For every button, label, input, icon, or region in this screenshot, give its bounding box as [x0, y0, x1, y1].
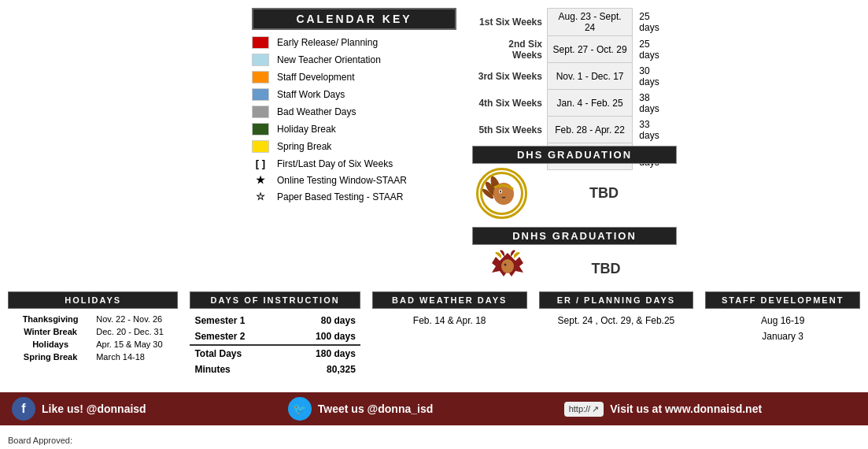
sixweeks-row: 3rd Six Weeks Nov. 1 - Dec. 17 30 days	[472, 63, 677, 90]
footer-bar: f Like us! @donnaisd 🐦 Tweet us @donna_i…	[0, 392, 868, 425]
doi-title: DAYS OF INSTRUCTION	[190, 291, 360, 309]
sixweeks-dates: Aug. 23 - Sept. 24	[547, 9, 632, 36]
staff-dev-dates2: January 3	[705, 328, 860, 344]
bad-weather-title: BAD WEATHER DAYS	[372, 291, 527, 309]
bad-weather-dates: Feb. 14 & Apr. 18	[372, 313, 527, 328]
key-swatch-new-teacher	[252, 54, 269, 66]
holiday-date: March 14-18	[93, 351, 178, 363]
dhs-graduation-section: DHS GRADUATION	[472, 146, 677, 292]
holiday-row: Thanksgiving Nov. 22 - Nov. 26	[8, 313, 178, 325]
doi-row: Semester 2 100 days	[190, 328, 360, 345]
dnhs-graduation-tbd: TBD	[539, 261, 673, 277]
doi-row: Minutes 80,325	[190, 362, 360, 377]
key-label-new-teacher: New Teacher Orientation	[277, 54, 381, 65]
key-swatch-holiday	[252, 123, 269, 135]
key-label-bad-weather: Bad Weather Days	[277, 106, 356, 117]
erp-section: ER / PLANNING DAYS Sept. 24 , Oct. 29, &…	[539, 291, 694, 377]
key-symbol-first-last: [ ]	[252, 158, 269, 169]
holidays-title: HOLIDAYS	[8, 291, 178, 309]
key-swatch-early-release	[252, 36, 269, 49]
key-label-spring: Spring Break	[277, 141, 331, 152]
svg-point-8	[504, 264, 507, 266]
sixweeks-row: 1st Six Weeks Aug. 23 - Sept. 24 25 days	[472, 9, 677, 36]
svg-point-6	[500, 191, 501, 193]
sixweeks-row: 4th Six Weeks Jan. 4 - Feb. 25 38 days	[472, 90, 677, 117]
staff-dev-title: STAFF DEVELOPMENT	[705, 291, 860, 309]
holiday-label: Holidays	[8, 338, 93, 351]
key-swatch-bad-weather	[252, 106, 269, 118]
doi-value: 100 days	[283, 328, 360, 345]
key-symbol-label-first-last: First/Last Day of Six Weeks	[277, 158, 393, 169]
doi-row: Total Days 180 days	[190, 345, 360, 362]
key-label-staff-work: Staff Work Days	[277, 89, 345, 100]
doi-row: Semester 1 80 days	[190, 313, 360, 328]
sixweeks-dates: Sept. 27 - Oct. 29	[547, 36, 632, 63]
doi-label: Minutes	[190, 362, 283, 377]
sixweeks-dates: Nov. 1 - Dec. 17	[547, 63, 632, 90]
bottom-section: HOLIDAYS Thanksgiving Nov. 22 - Nov. 26W…	[0, 291, 868, 377]
key-symbol-item-paper-test: ☆Paper Based Testing - STAAR	[252, 191, 456, 202]
doi-table: Semester 1 80 daysSemester 2 100 daysTot…	[190, 313, 360, 377]
dnhs-graduation-content: TBD	[472, 245, 677, 292]
svg-point-7	[501, 259, 514, 273]
holidays-table: Thanksgiving Nov. 22 - Nov. 26Winter Bre…	[8, 313, 178, 363]
holiday-row: Holidays Apr. 15 & May 30	[8, 338, 178, 351]
holiday-label: Spring Break	[8, 351, 93, 363]
key-symbol-label-paper-test: Paper Based Testing - STAAR	[277, 191, 403, 202]
sixweeks-days: 38 days	[633, 90, 677, 117]
twitter-label: Tweet us @donna_isd	[318, 403, 564, 415]
calendar-key-section: CALENDAR KEY Early Release/ PlanningNew …	[252, 8, 456, 207]
erp-title: ER / PLANNING DAYS	[539, 291, 694, 309]
dhs-graduation-content: TBD	[472, 164, 677, 223]
erp-dates: Sept. 24 , Oct. 29, & Feb.25	[539, 313, 694, 328]
doi-label: Total Days	[190, 345, 283, 362]
staff-dev-section: STAFF DEVELOPMENT Aug 16-19 January 3	[705, 291, 860, 377]
sixweeks-days: 33 days	[633, 117, 677, 143]
key-symbol-item-online-test: ★Online Testing Window-STAAR	[252, 174, 456, 186]
doi-label: Semester 1	[190, 313, 283, 328]
dhs-logo	[476, 168, 527, 219]
doi-section: DAYS OF INSTRUCTION Semester 1 80 daysSe…	[190, 291, 360, 377]
key-label-holiday: Holiday Break	[277, 124, 336, 135]
facebook-label: Like us! @donnaisd	[42, 403, 288, 415]
doi-value: 80,325	[283, 362, 360, 377]
dhs-logo-svg	[480, 172, 523, 215]
holiday-row: Winter Break Dec. 20 - Dec. 31	[8, 325, 178, 338]
doi-value: 80 days	[283, 313, 360, 328]
twitter-icon[interactable]: 🐦	[288, 397, 312, 421]
key-item-staff-work: Staff Work Days	[252, 88, 456, 101]
key-label-early-release: Early Release/ Planning	[277, 37, 378, 48]
key-item-spring: Spring Break	[252, 140, 456, 153]
sixweeks-label: 1st Six Weeks	[472, 9, 547, 36]
key-item-new-teacher: New Teacher Orientation	[252, 54, 456, 66]
key-symbol-label-online-test: Online Testing Window-STAAR	[277, 175, 407, 186]
dhs-graduation-title: DHS GRADUATION	[472, 146, 677, 164]
holiday-label: Winter Break	[8, 325, 93, 338]
holiday-label: Thanksgiving	[8, 313, 93, 325]
sixweeks-label: 3rd Six Weeks	[472, 63, 547, 90]
sixweeks-days: 30 days	[633, 63, 677, 90]
sixweeks-days: 25 days	[633, 36, 677, 63]
key-item-holiday: Holiday Break	[252, 123, 456, 135]
dnhs-logo-svg	[476, 249, 539, 288]
dnhs-logo	[476, 249, 539, 288]
sixweeks-days: 25 days	[633, 9, 677, 36]
holiday-date: Nov. 22 - Nov. 26	[93, 313, 178, 325]
sixweeks-dates: Jan. 4 - Feb. 25	[547, 90, 632, 117]
dhs-graduation-tbd: TBD	[535, 185, 673, 202]
board-approved: Board Approved:	[8, 436, 72, 445]
key-item-staff-dev: Staff Development	[252, 71, 456, 83]
facebook-icon[interactable]: f	[12, 397, 35, 421]
dnhs-graduation-section: DNHS GRADUATION T	[472, 227, 677, 292]
calendar-key-title: CALENDAR KEY	[252, 8, 456, 30]
dnhs-graduation-title: DNHS GRADUATION	[472, 227, 677, 245]
key-symbol-item-first-last: [ ]First/Last Day of Six Weeks	[252, 158, 456, 169]
cursor-icon: ↗	[592, 404, 599, 414]
key-swatch-spring	[252, 140, 269, 153]
key-swatch-staff-work	[252, 88, 269, 101]
holiday-row: Spring Break March 14-18	[8, 351, 178, 363]
sixweeks-row: 5th Six Weeks Feb. 28 - Apr. 22 33 days	[472, 117, 677, 143]
sixweeks-label: 2nd Six Weeks	[472, 36, 547, 63]
key-item-early-release: Early Release/ Planning	[252, 36, 456, 49]
visit-label: Visit us at www.donnaisd.net	[610, 403, 856, 415]
